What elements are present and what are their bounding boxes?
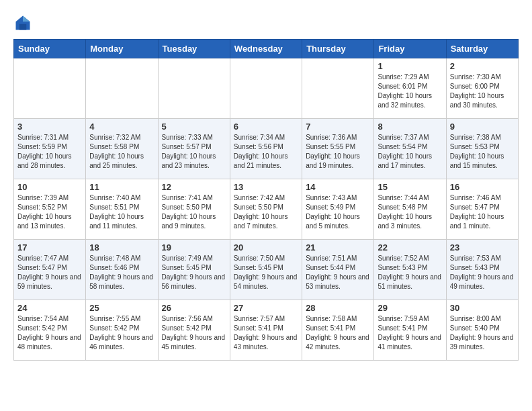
svg-rect-2 [19, 24, 27, 30]
day-number: 20 [234, 242, 298, 253]
day-number: 4 [89, 122, 154, 132]
day-info: Sunrise: 7:53 AMSunset: 5:43 PMDaylight:… [450, 254, 515, 291]
header-row: SundayMondayTuesdayWednesdayThursdayFrid… [14, 40, 519, 58]
day-number: 26 [162, 303, 226, 313]
calendar-cell: 3Sunrise: 7:31 AMSunset: 5:59 PMDaylight… [14, 119, 86, 179]
day-info: Sunrise: 7:43 AMSunset: 5:49 PMDaylight:… [306, 193, 370, 231]
day-info: Sunrise: 7:48 AMSunset: 5:46 PMDaylight:… [89, 254, 154, 291]
calendar-cell [14, 58, 86, 119]
day-number: 12 [162, 182, 226, 192]
calendar-cell [158, 58, 230, 119]
calendar-cell: 25Sunrise: 7:55 AMSunset: 5:42 PMDayligh… [86, 300, 158, 361]
day-info: Sunrise: 7:37 AMSunset: 5:54 PMDaylight:… [378, 133, 442, 171]
day-info: Sunrise: 7:42 AMSunset: 5:50 PMDaylight:… [234, 193, 298, 231]
calendar-body: 1Sunrise: 7:29 AMSunset: 6:01 PMDaylight… [14, 58, 519, 361]
day-info: Sunrise: 7:29 AMSunset: 6:01 PMDaylight:… [378, 73, 442, 110]
svg-marker-1 [23, 16, 30, 22]
day-info: Sunrise: 7:51 AMSunset: 5:44 PMDaylight:… [306, 254, 370, 291]
day-number: 30 [450, 303, 515, 313]
day-number: 9 [450, 122, 515, 132]
day-number: 23 [450, 242, 515, 253]
calendar-cell: 6Sunrise: 7:34 AMSunset: 5:56 PMDaylight… [230, 119, 302, 179]
day-number: 2 [450, 61, 515, 71]
day-number: 13 [234, 182, 298, 192]
calendar-cell: 10Sunrise: 7:39 AMSunset: 5:52 PMDayligh… [14, 179, 86, 240]
header-day-wednesday: Wednesday [230, 40, 302, 58]
day-info: Sunrise: 7:54 AMSunset: 5:42 PMDaylight:… [17, 314, 82, 352]
day-info: Sunrise: 7:55 AMSunset: 5:42 PMDaylight:… [89, 314, 154, 352]
calendar-cell: 8Sunrise: 7:37 AMSunset: 5:54 PMDaylight… [374, 119, 446, 179]
calendar-cell [230, 58, 302, 119]
header-day-friday: Friday [374, 40, 446, 58]
day-number: 10 [17, 182, 82, 192]
logo-icon [13, 13, 32, 32]
day-info: Sunrise: 7:46 AMSunset: 5:47 PMDaylight:… [450, 193, 515, 231]
calendar-cell: 7Sunrise: 7:36 AMSunset: 5:55 PMDaylight… [302, 119, 374, 179]
day-info: Sunrise: 7:44 AMSunset: 5:48 PMDaylight:… [378, 193, 442, 231]
week-row-1: 1Sunrise: 7:29 AMSunset: 6:01 PMDaylight… [14, 58, 519, 119]
calendar-cell: 26Sunrise: 7:56 AMSunset: 5:42 PMDayligh… [158, 300, 230, 361]
calendar-cell: 12Sunrise: 7:41 AMSunset: 5:50 PMDayligh… [158, 179, 230, 240]
day-info: Sunrise: 7:34 AMSunset: 5:56 PMDaylight:… [234, 133, 298, 171]
calendar-cell: 29Sunrise: 7:59 AMSunset: 5:41 PMDayligh… [374, 300, 446, 361]
calendar-cell: 19Sunrise: 7:49 AMSunset: 5:45 PMDayligh… [158, 240, 230, 300]
day-info: Sunrise: 8:00 AMSunset: 5:40 PMDaylight:… [450, 314, 515, 352]
day-number: 6 [234, 122, 298, 132]
day-number: 16 [450, 182, 515, 192]
day-info: Sunrise: 7:52 AMSunset: 5:43 PMDaylight:… [378, 254, 442, 291]
day-number: 21 [306, 242, 370, 253]
day-number: 5 [162, 122, 226, 132]
header-day-saturday: Saturday [446, 40, 518, 58]
page-header [13, 13, 519, 32]
calendar-cell: 14Sunrise: 7:43 AMSunset: 5:49 PMDayligh… [302, 179, 374, 240]
calendar-cell: 23Sunrise: 7:53 AMSunset: 5:43 PMDayligh… [446, 240, 518, 300]
day-info: Sunrise: 7:33 AMSunset: 5:57 PMDaylight:… [162, 133, 226, 171]
day-info: Sunrise: 7:58 AMSunset: 5:41 PMDaylight:… [306, 314, 370, 352]
week-row-3: 10Sunrise: 7:39 AMSunset: 5:52 PMDayligh… [14, 179, 519, 240]
calendar-cell: 30Sunrise: 8:00 AMSunset: 5:40 PMDayligh… [446, 300, 518, 361]
day-number: 27 [234, 303, 298, 313]
day-number: 14 [306, 182, 370, 192]
logo [13, 13, 35, 32]
calendar-header: SundayMondayTuesdayWednesdayThursdayFrid… [14, 40, 519, 58]
header-day-sunday: Sunday [14, 40, 86, 58]
day-number: 24 [17, 303, 82, 313]
calendar-cell: 9Sunrise: 7:38 AMSunset: 5:53 PMDaylight… [446, 119, 518, 179]
week-row-5: 24Sunrise: 7:54 AMSunset: 5:42 PMDayligh… [14, 300, 519, 361]
header-day-tuesday: Tuesday [158, 40, 230, 58]
calendar-cell [302, 58, 374, 119]
week-row-4: 17Sunrise: 7:47 AMSunset: 5:47 PMDayligh… [14, 240, 519, 300]
calendar-cell: 4Sunrise: 7:32 AMSunset: 5:58 PMDaylight… [86, 119, 158, 179]
header-day-monday: Monday [86, 40, 158, 58]
day-info: Sunrise: 7:59 AMSunset: 5:41 PMDaylight:… [378, 314, 442, 352]
week-row-2: 3Sunrise: 7:31 AMSunset: 5:59 PMDaylight… [14, 119, 519, 179]
day-info: Sunrise: 7:47 AMSunset: 5:47 PMDaylight:… [17, 254, 82, 291]
calendar-cell: 1Sunrise: 7:29 AMSunset: 6:01 PMDaylight… [374, 58, 446, 119]
day-info: Sunrise: 7:32 AMSunset: 5:58 PMDaylight:… [89, 133, 154, 171]
calendar-table: SundayMondayTuesdayWednesdayThursdayFrid… [13, 39, 519, 361]
day-info: Sunrise: 7:30 AMSunset: 6:00 PMDaylight:… [450, 73, 515, 110]
header-day-thursday: Thursday [302, 40, 374, 58]
calendar-cell: 2Sunrise: 7:30 AMSunset: 6:00 PMDaylight… [446, 58, 518, 119]
day-number: 22 [378, 242, 442, 253]
calendar-cell: 21Sunrise: 7:51 AMSunset: 5:44 PMDayligh… [302, 240, 374, 300]
day-number: 17 [17, 242, 82, 253]
day-info: Sunrise: 7:57 AMSunset: 5:41 PMDaylight:… [234, 314, 298, 352]
day-number: 1 [378, 61, 442, 71]
day-info: Sunrise: 7:39 AMSunset: 5:52 PMDaylight:… [17, 193, 82, 231]
calendar-cell: 18Sunrise: 7:48 AMSunset: 5:46 PMDayligh… [86, 240, 158, 300]
day-number: 18 [89, 242, 154, 253]
calendar-cell: 5Sunrise: 7:33 AMSunset: 5:57 PMDaylight… [158, 119, 230, 179]
day-number: 15 [378, 182, 442, 192]
calendar-cell: 11Sunrise: 7:40 AMSunset: 5:51 PMDayligh… [86, 179, 158, 240]
day-number: 25 [89, 303, 154, 313]
day-number: 29 [378, 303, 442, 313]
calendar-cell: 28Sunrise: 7:58 AMSunset: 5:41 PMDayligh… [302, 300, 374, 361]
day-number: 7 [306, 122, 370, 132]
calendar-cell: 13Sunrise: 7:42 AMSunset: 5:50 PMDayligh… [230, 179, 302, 240]
calendar-cell: 24Sunrise: 7:54 AMSunset: 5:42 PMDayligh… [14, 300, 86, 361]
day-info: Sunrise: 7:38 AMSunset: 5:53 PMDaylight:… [450, 133, 515, 171]
day-number: 19 [162, 242, 226, 253]
day-info: Sunrise: 7:36 AMSunset: 5:55 PMDaylight:… [306, 133, 370, 171]
day-info: Sunrise: 7:56 AMSunset: 5:42 PMDaylight:… [162, 314, 226, 352]
